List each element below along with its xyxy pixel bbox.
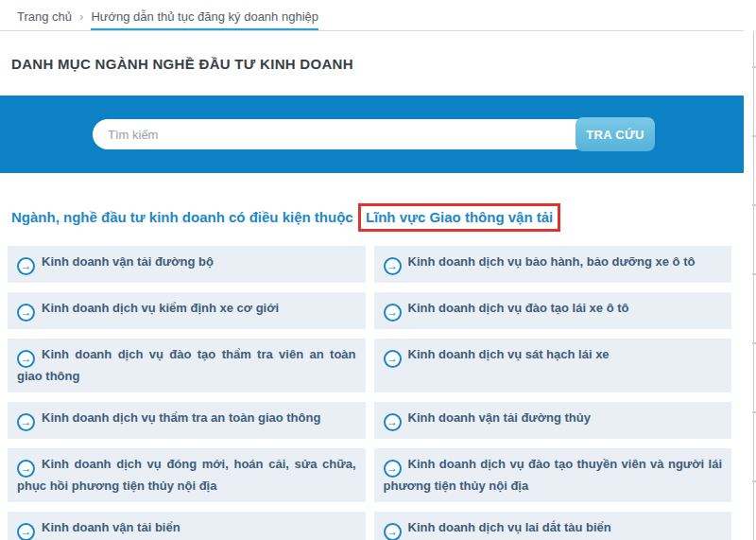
arrow-right-circle-icon: → xyxy=(384,350,402,368)
arrow-right-circle-icon: → xyxy=(384,460,402,478)
list-item[interactable]: →Kinh doanh dịch vụ đào tạo lái xe ô tô xyxy=(374,292,732,329)
list-item[interactable]: →Kinh doanh vận tải đường bộ xyxy=(8,246,366,283)
list-item-label: Kinh doanh dịch vụ sát hạch lái xe xyxy=(408,347,610,361)
list-item[interactable]: →Kinh doanh dịch vụ kiểm định xe cơ giới xyxy=(8,292,366,329)
section-title: Ngành, nghề đầu tư kinh doanh có điều ki… xyxy=(11,203,744,232)
list-item-label: Kinh doanh dịch vụ đào tạo lái xe ô tô xyxy=(408,301,629,315)
list-item-label: Kinh doanh dịch vụ đào tạo thẩm tra viên… xyxy=(17,347,356,383)
list-item-label: Kinh doanh dịch vụ đào tạo thuyền viên v… xyxy=(384,457,723,493)
list-item[interactable]: →Kinh doanh dịch vụ thẩm tra an toàn gia… xyxy=(8,402,366,439)
list-item-label: Kinh doanh dịch vụ kiểm định xe cơ giới xyxy=(42,301,279,315)
list-item-label: Kinh doanh dịch vụ đóng mới, hoán cải, s… xyxy=(17,457,356,493)
arrow-right-circle-icon: → xyxy=(17,413,35,431)
page-title: DANH MỤC NGÀNH NGHỀ ĐẦU TƯ KINH DOANH xyxy=(11,56,744,73)
search-bar: TRA CỨU xyxy=(93,117,655,151)
search-input[interactable] xyxy=(93,119,627,149)
list-item[interactable]: →Kinh doanh vận tải đường thủy xyxy=(374,402,732,439)
arrow-right-circle-icon: → xyxy=(384,257,402,275)
arrow-right-circle-icon: → xyxy=(17,257,35,275)
arrow-right-circle-icon: → xyxy=(384,413,402,431)
arrow-right-circle-icon: → xyxy=(17,523,35,540)
list-item-label: Kinh doanh dịch vụ bảo hành, bảo dưỡng x… xyxy=(408,254,696,269)
search-banner: TRA CỨU xyxy=(0,96,744,173)
list-item-label: Kinh doanh dịch vụ lai dắt tàu biển xyxy=(408,520,611,534)
section-title-highlight-box: Lĩnh vực Giao thông vận tải xyxy=(358,203,560,232)
list-item[interactable]: →Kinh doanh dịch vụ bảo hành, bảo dưỡng … xyxy=(374,246,732,283)
list-item[interactable]: →Kinh doanh dịch vụ lai dắt tàu biển xyxy=(374,512,732,540)
adjacent-panel-border xyxy=(753,31,754,540)
breadcrumb-current[interactable]: Hướng dẫn thủ tục đăng ký doanh nghiệp xyxy=(91,9,318,30)
list-item[interactable]: →Kinh doanh vận tải biển xyxy=(8,512,366,540)
search-button[interactable]: TRA CỨU xyxy=(576,117,655,151)
arrow-right-circle-icon: → xyxy=(17,460,35,478)
breadcrumb-separator: › xyxy=(79,9,83,24)
list-item-label: Kinh doanh dịch vụ thẩm tra an toàn giao… xyxy=(42,410,320,425)
list-item[interactable]: →Kinh doanh dịch vụ đào tạo thuyền viên … xyxy=(374,448,732,502)
breadcrumb-home[interactable]: Trang chủ xyxy=(17,9,72,29)
list-item-label: Kinh doanh vận tải đường bộ xyxy=(42,254,214,269)
list-item-label: Kinh doanh vận tải biển xyxy=(42,520,180,534)
breadcrumb: Trang chủ›Hướng dẫn thủ tục đăng ký doan… xyxy=(0,0,744,31)
arrow-right-circle-icon: → xyxy=(384,523,402,540)
arrow-right-circle-icon: → xyxy=(17,350,35,368)
list-item[interactable]: →Kinh doanh dịch vụ sát hạch lái xe xyxy=(374,339,732,392)
list-item-label: Kinh doanh vận tải đường thủy xyxy=(408,410,591,425)
arrow-right-circle-icon: → xyxy=(17,304,35,322)
page: Trang chủ›Hướng dẫn thủ tục đăng ký doan… xyxy=(0,0,756,540)
industry-list: →Kinh doanh vận tải đường bộ →Kinh doanh… xyxy=(8,246,731,540)
arrow-right-circle-icon: → xyxy=(384,304,402,322)
list-item[interactable]: →Kinh doanh dịch vụ đào tạo thẩm tra viê… xyxy=(8,339,366,392)
section-title-prefix: Ngành, nghề đầu tư kinh doanh có điều ki… xyxy=(11,209,353,225)
list-item[interactable]: →Kinh doanh dịch vụ đóng mới, hoán cải, … xyxy=(8,448,366,502)
